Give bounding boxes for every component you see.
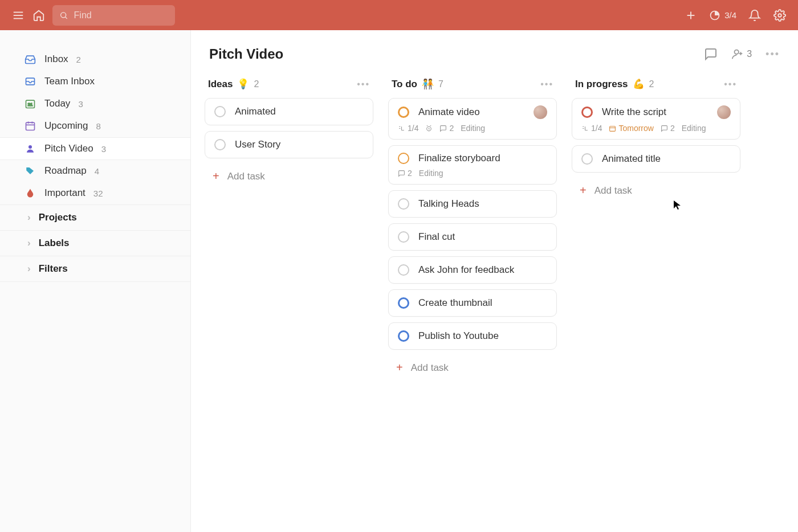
sidebar-section-labels[interactable]: › Labels — [0, 230, 190, 256]
chat-icon — [661, 125, 668, 132]
comments-badge: 2 — [439, 124, 454, 133]
checkbox-ring[interactable] — [398, 264, 409, 276]
sidebar-item-label: Inbox — [44, 54, 68, 65]
checkbox-ring[interactable] — [398, 297, 409, 309]
sidebar-item-pitch-video[interactable]: Pitch Video 3 — [0, 137, 190, 160]
subtasks-badge: 1/4 — [581, 124, 602, 133]
task-title: User Story — [235, 139, 280, 150]
more-icon[interactable]: ••• — [766, 48, 780, 60]
share-button[interactable]: 3 — [731, 48, 752, 60]
comments-badge: 2 — [398, 169, 412, 178]
add-task-button[interactable]: + Add task — [205, 164, 373, 189]
more-icon[interactable]: ••• — [357, 79, 370, 89]
search-input[interactable] — [74, 10, 168, 21]
task-card[interactable]: Animated title — [572, 145, 740, 173]
plus-icon: + — [580, 184, 587, 197]
column-todo: To do 🧑‍🤝‍🧑 7 ••• Animate video 1/4 — [388, 78, 557, 380]
task-card[interactable]: Ask John for feedback — [388, 256, 557, 284]
sidebar-section-projects[interactable]: › Projects — [0, 204, 190, 230]
pie-icon — [709, 10, 720, 21]
task-card[interactable]: User Story — [205, 131, 373, 158]
task-card[interactable]: Animate video 1/4 2 — [388, 98, 557, 140]
task-card[interactable]: Final cut — [388, 223, 557, 251]
task-title: Finalize storyboard — [418, 153, 500, 164]
user-plus-icon — [731, 48, 744, 60]
sidebar-item-label: Important — [44, 187, 85, 199]
people-icon: 🧑‍🤝‍🧑 — [422, 78, 434, 90]
task-title: Animated title — [602, 153, 661, 165]
add-task-button[interactable]: + Add task — [388, 355, 557, 380]
bell-icon[interactable] — [748, 9, 762, 22]
search-icon — [59, 10, 68, 21]
checkbox-ring[interactable] — [581, 153, 593, 165]
task-card[interactable]: Finalize storyboard 2 Editing — [388, 145, 557, 185]
checkbox-ring[interactable] — [214, 106, 226, 117]
add-icon[interactable] — [684, 9, 698, 22]
checkbox-ring[interactable] — [398, 153, 409, 164]
svg-line-4 — [66, 17, 67, 18]
task-card[interactable]: Animated — [205, 98, 373, 125]
lightbulb-icon: 💡 — [237, 78, 249, 90]
subtasks-icon — [398, 125, 405, 132]
svg-rect-12 — [26, 122, 35, 130]
column-ideas: Ideas 💡 2 ••• Animated User Story — [205, 78, 373, 189]
chat-icon — [398, 170, 405, 177]
column-count: 7 — [438, 79, 443, 89]
more-icon[interactable]: ••• — [540, 79, 553, 89]
inbox-icon — [24, 54, 36, 65]
progress-text: 3/4 — [724, 10, 736, 20]
add-task-label: Add task — [227, 171, 265, 182]
due-date: Tomorrow — [609, 124, 653, 133]
comments-badge: 2 — [661, 124, 675, 133]
checkbox-ring[interactable] — [398, 330, 409, 342]
checkbox-ring[interactable] — [581, 107, 593, 118]
avatar — [534, 105, 547, 119]
status-label: Editing — [461, 124, 485, 133]
person-icon — [24, 144, 36, 154]
sidebar-item-today[interactable]: 21 Today 3 — [0, 93, 190, 115]
tag-icon — [24, 166, 36, 176]
comment-icon[interactable] — [704, 47, 718, 61]
task-card[interactable]: Write the script 1/4 Tomorrow — [572, 98, 740, 140]
sidebar-item-count: 2 — [76, 55, 81, 64]
subtasks-badge: 1/4 — [398, 124, 418, 133]
progress-indicator[interactable]: 3/4 — [709, 10, 736, 21]
sidebar: Inbox 2 Team Inbox 21 Today 3 Upcoming 8… — [0, 30, 191, 532]
menu-icon[interactable] — [11, 9, 25, 22]
calendar-today-icon: 21 — [24, 98, 36, 109]
search-box[interactable] — [52, 5, 175, 26]
sidebar-item-roadmap[interactable]: Roadmap 4 — [0, 160, 190, 182]
share-count: 3 — [747, 49, 752, 59]
column-count: 2 — [649, 79, 654, 89]
sidebar-item-upcoming[interactable]: Upcoming 8 — [0, 115, 190, 137]
sidebar-item-count: 3 — [101, 144, 106, 154]
chevron-right-icon: › — [27, 263, 31, 275]
reminder-icon — [425, 125, 433, 132]
checkbox-ring[interactable] — [214, 139, 226, 150]
gear-icon[interactable] — [773, 9, 787, 22]
sidebar-section-filters[interactable]: › Filters — [0, 256, 190, 282]
add-task-button[interactable]: + Add task — [572, 178, 740, 203]
svg-point-17 — [735, 50, 739, 54]
checkbox-ring[interactable] — [398, 107, 409, 118]
task-title: Write the script — [602, 107, 666, 118]
chat-icon — [439, 125, 447, 132]
task-card[interactable]: Publish to Youtube — [388, 322, 557, 350]
column-header: To do 🧑‍🤝‍🧑 7 ••• — [388, 78, 557, 98]
page-title: Pitch Video — [209, 46, 283, 62]
home-icon[interactable] — [32, 9, 46, 22]
task-title: Create thumbnail — [418, 297, 492, 309]
task-title: Animate video — [418, 107, 480, 118]
checkbox-ring[interactable] — [398, 198, 409, 210]
task-title: Animated — [235, 106, 276, 117]
checkbox-ring[interactable] — [398, 231, 409, 243]
add-task-label: Add task — [411, 362, 449, 374]
task-card[interactable]: Create thumbnail — [388, 289, 557, 317]
plus-icon: + — [213, 170, 219, 183]
sidebar-item-inbox[interactable]: Inbox 2 — [0, 48, 190, 71]
task-card[interactable]: Talking Heads — [388, 190, 557, 218]
sidebar-item-team-inbox[interactable]: Team Inbox — [0, 71, 190, 93]
more-icon[interactable]: ••• — [724, 79, 737, 89]
calendar-icon — [609, 125, 616, 132]
sidebar-item-important[interactable]: Important 32 — [0, 182, 190, 204]
